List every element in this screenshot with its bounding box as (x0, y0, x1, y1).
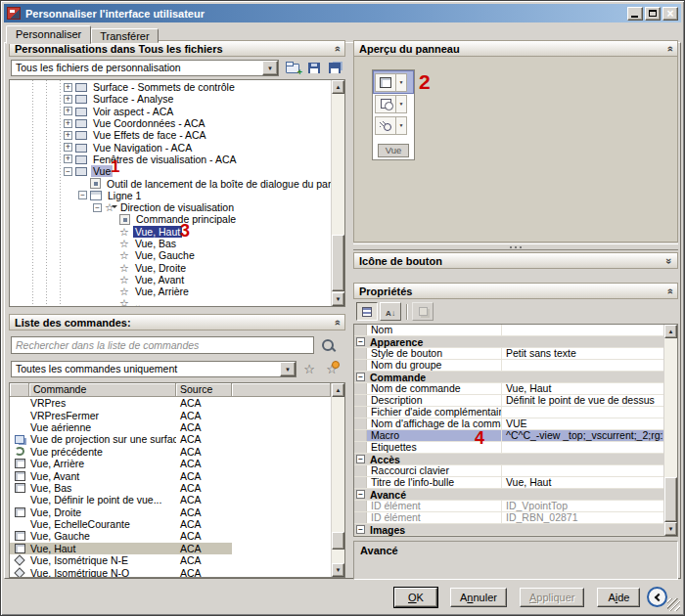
collapse-dialog-button[interactable] (647, 587, 667, 607)
preview-dropdown-arrow[interactable] (396, 116, 407, 135)
command-row[interactable]: VRPresFermerACA (10, 409, 331, 420)
property-value[interactable]: Petit sans texte (502, 348, 663, 359)
properties-scrollbar[interactable] (663, 325, 677, 536)
collapse-icon[interactable] (356, 490, 365, 499)
collapse-up-icon[interactable] (332, 319, 342, 325)
property-value[interactable]: Vue, Haut (502, 477, 663, 488)
maximize-button[interactable] (645, 7, 661, 21)
tree-item[interactable]: Direction de visualisation (10, 201, 331, 213)
collapse-up-icon[interactable] (664, 45, 674, 51)
command-row[interactable]: Vue aérienneACA (10, 421, 331, 433)
command-row[interactable]: Vue, AvantACA (10, 469, 331, 481)
property-row[interactable]: Raccourci clavier (354, 465, 663, 477)
command-row[interactable]: Vue, DroiteACA (10, 506, 331, 518)
preview-dropdown-arrow[interactable] (396, 73, 407, 92)
preview-dropdown-arrow[interactable] (396, 95, 407, 113)
property-value[interactable]: ID_VpointTop (502, 501, 663, 511)
combo-dropdown-icon[interactable] (262, 61, 278, 75)
command-row[interactable]: Vue précédenteACA (10, 446, 331, 458)
tree-item[interactable]: Vue, Haut (10, 226, 331, 238)
expand-toggle-icon[interactable] (64, 119, 72, 128)
properties-header[interactable]: Propriétés (353, 283, 678, 299)
scroll-up-icon[interactable] (664, 325, 677, 338)
tree-item[interactable]: Outil de lancement de la boîte de dialog… (10, 177, 331, 189)
panel-title-button[interactable]: Vue (378, 144, 409, 157)
categorized-view-button[interactable] (356, 302, 378, 321)
expand-toggle-icon[interactable] (64, 95, 72, 104)
tree-item[interactable]: Surface - Analyse (10, 93, 331, 105)
preview-zoom-button[interactable] (375, 116, 396, 135)
expand-down-icon[interactable] (664, 257, 674, 263)
tree-item[interactable]: Voir aspect - ACA (10, 106, 331, 117)
tree-item[interactable]: Surface - Sommets de contrôle (10, 81, 331, 93)
command-list-header[interactable]: Liste des commandes: (9, 314, 345, 330)
property-value[interactable]: ^C^C_-view _top;_vscurrent;_2;rg: (502, 430, 663, 441)
property-row[interactable]: Nom d'affichage de la commandeVUE (354, 418, 663, 430)
tab-transferer[interactable]: Transférer (91, 28, 158, 43)
property-value[interactable]: Définit le point de vue de dessus (502, 395, 663, 406)
command-row[interactable]: Vue, HautACA (10, 543, 331, 554)
tree-item[interactable]: Vue, Droite (10, 261, 331, 273)
property-row[interactable]: Nom (354, 325, 663, 336)
customization-file-combo[interactable]: Tous les fichiers de personnalisation (11, 60, 279, 76)
button-icon-header[interactable]: Icône de bouton (353, 252, 678, 269)
tree-item[interactable]: Vue Coordonnées - ACA (10, 117, 331, 129)
command-row[interactable]: Vue de projection sur une surfaceACA (10, 433, 331, 445)
collapse-up-icon[interactable] (664, 287, 674, 293)
commands-scroll-thumb[interactable] (332, 532, 344, 550)
column-source[interactable]: Source (176, 383, 232, 397)
command-row[interactable]: Vue, GaucheACA (10, 530, 331, 542)
property-value[interactable]: VUE (502, 418, 663, 429)
tree-item[interactable]: .. (10, 297, 331, 306)
command-filter-combo[interactable]: Toutes les commandes uniquement (11, 361, 297, 377)
command-row[interactable]: Vue, EchelleCouranteACA (10, 518, 331, 530)
commands-table[interactable]: Commande Source VRPresACAVRPresFermerACA… (9, 382, 345, 578)
property-row[interactable]: DescriptionDéfinit le point de vue de de… (354, 395, 663, 407)
tree-item[interactable]: Vue, Avant (10, 274, 331, 286)
tree-item[interactable]: Vue, Gauche (10, 249, 331, 261)
scroll-up-icon[interactable] (332, 80, 344, 94)
expand-toggle-icon[interactable] (64, 154, 72, 163)
property-row[interactable]: ID élémentID_RBN_02871 (354, 512, 663, 524)
collapse-icon[interactable] (356, 337, 365, 346)
tree-item[interactable]: Vue, Arrière (10, 286, 331, 297)
expand-toggle-icon[interactable] (64, 107, 72, 115)
collapse-icon[interactable] (356, 455, 365, 463)
expand-toggle-icon[interactable] (93, 203, 102, 212)
column-icon[interactable] (10, 383, 29, 397)
scroll-down-icon[interactable] (332, 292, 344, 306)
close-button[interactable] (662, 7, 678, 21)
column-extra[interactable] (232, 383, 331, 397)
command-row[interactable]: Vue, Définir le point de vue...ACA (10, 494, 331, 506)
save-all-button[interactable] (325, 60, 344, 76)
property-row[interactable]: Nom de commandeVue, Haut (354, 383, 663, 395)
pane-splitter[interactable] (353, 243, 678, 250)
collapse-up-icon[interactable] (332, 45, 342, 51)
property-row[interactable]: Nom du groupe (354, 360, 663, 372)
command-row[interactable]: Vue, Isométrique N-OACA (10, 566, 331, 578)
tab-personnaliser[interactable]: Personnaliser (6, 25, 91, 44)
load-customization-button[interactable] (283, 60, 302, 76)
tree-item[interactable]: Commande principale (10, 213, 331, 225)
property-row[interactable]: ID élémentID_VpointTop (354, 501, 663, 512)
property-row[interactable]: Titre de l'info-bulleVue, Haut (354, 477, 663, 489)
ok-button[interactable]: OK (394, 588, 437, 607)
tree-item[interactable]: Vue Effets de face - ACA (10, 129, 331, 141)
property-value[interactable]: ID_RBN_02871 (502, 512, 663, 523)
new-command-icon[interactable] (323, 360, 341, 377)
help-button[interactable]: Aide (597, 588, 640, 607)
tree-item[interactable]: Ligne 1 (10, 190, 331, 201)
tree-item[interactable]: Vue Navigation - ACA (10, 141, 331, 153)
tree-scrollbar[interactable] (331, 80, 344, 306)
command-search-input[interactable] (11, 336, 314, 354)
expand-toggle-icon[interactable] (64, 143, 72, 152)
command-row[interactable]: VRPresACA (10, 397, 331, 409)
property-row[interactable]: Macro^C^C_-view _top;_vscurrent;_2;rg: (354, 430, 663, 442)
property-row[interactable]: Fichier d'aide complémentaire (354, 407, 663, 418)
tree-item[interactable]: Vue (10, 165, 331, 177)
properties-grid[interactable]: NomApparenceStyle de boutonPetit sans te… (353, 324, 678, 537)
command-row[interactable]: Vue, ArrièreACA (10, 458, 331, 469)
property-value[interactable]: Vue, Haut (502, 383, 663, 394)
expand-toggle-icon[interactable] (64, 167, 72, 176)
minimize-button[interactable] (627, 7, 643, 21)
